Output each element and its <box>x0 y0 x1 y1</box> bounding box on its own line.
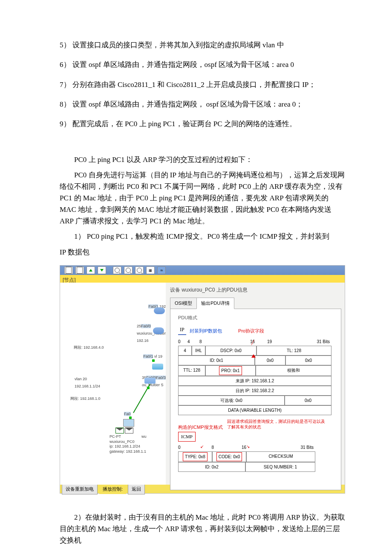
topo-envelopes <box>115 428 133 434</box>
toolbar-zoom2-icon[interactable] <box>124 266 133 274</box>
step-1-line2: IP 数据包 <box>60 246 345 259</box>
topology-pane[interactable]: Fa0/1 192 25Fa0/0 wuxiurou_Router 192.16… <box>60 283 166 485</box>
tab-osi[interactable]: OSI模型 <box>170 298 197 309</box>
topo-router-icon1[interactable] <box>154 307 165 314</box>
red-arrow-icon <box>251 354 256 358</box>
icmp-label: ICMP <box>178 432 196 442</box>
toolbar-zoom3-icon[interactable] <box>135 266 144 274</box>
icmp-bits-header: 0 8 ↙ 16 ↘ 31 Bits <box>178 443 315 451</box>
ip-label: IP <box>178 325 186 335</box>
btn-reload[interactable]: 设备重新加电 <box>62 484 98 494</box>
toolbar-down-arrow-icon[interactable] <box>98 266 106 274</box>
toolbar-flag-icon[interactable]: ≈ <box>157 266 166 274</box>
list-item-6: 6） 设置 ospf 单区域路由，并通告指定网段，ospf 区域为骨干区域：ar… <box>60 58 345 72</box>
ip-row6: 可选项: 0x0 0x0 <box>178 396 331 405</box>
node-bar: [节点] <box>60 275 345 283</box>
list-item-8: 8） 设置 ospf 单区域路由，并通告指定网段， ospf 区域为骨干区域：a… <box>60 98 345 111</box>
ip-row2: ID: 0x1 0x0 0x0 <box>178 356 331 365</box>
toolbar-doc-icon[interactable] <box>64 266 73 274</box>
playback-label: 播放控制: <box>99 484 126 494</box>
topo-l3switch-icon[interactable] <box>144 378 156 384</box>
btn-back[interactable]: 返回 <box>128 484 145 494</box>
toolbar-zoom1-icon[interactable] <box>113 266 121 274</box>
bits-header: 0 4 8 16 19 ╱ 31 Bits <box>178 338 331 346</box>
ip-row5: 目的 IP: 192.168.2.2 <box>178 386 331 396</box>
topo-pc0-labels: PC-PTwu wuxiurou_PC0 ip: 192.168.1.2/24 … <box>110 434 147 454</box>
icmp-title: 构造的ICMP报文格式 <box>178 423 223 432</box>
tab-output-pdu[interactable]: 输出PDU详情 <box>196 298 234 309</box>
pdu-subtitle: PDU格式 <box>178 313 336 322</box>
encap-label: 封装到IP数据包 <box>190 327 222 335</box>
list-item-9: 9） 配置完成后，在 PC0 上 ping PC1，验证两台 PC 之间的网络的… <box>60 117 345 131</box>
ip-row4: 来源 IP: 192.168.1.2 <box>178 376 331 386</box>
proto-field-label: Pro协议字段 <box>238 327 264 335</box>
ip-row7: DATA (VARIABLE LENGTH) <box>178 405 331 415</box>
sim-toolbar: ▦ ≈ <box>60 266 345 275</box>
sim-main-area: WWW.bdocx.com Fa0/1 192 25Fa0/0 wuxiurou… <box>60 283 345 485</box>
topo-router-icon2[interactable] <box>153 327 164 334</box>
node-bar-label: [节点] <box>63 277 76 283</box>
topo-switch-icon[interactable] <box>152 364 163 370</box>
toolbar-up-arrow-icon[interactable] <box>86 266 95 274</box>
pdu-body: PDU格式 IP 封装到IP数据包 Pro协议字段 0 4 8 16 19 ╱ <box>170 309 341 490</box>
step-2: 2）在做封装时，由于没有目的主机的 Mac 地址，此时 PC0 将调用 ARP … <box>60 512 345 546</box>
link-dot-1 <box>152 359 155 362</box>
ip-row3: TTL: 128 PRO: 0x1 校验和 <box>178 365 331 376</box>
icmp-note: 回送请求或回答查询报文，测试目的站是否可达以及了解其有关的状态 <box>227 419 325 443</box>
toolbar-doc2-icon[interactable] <box>75 266 84 274</box>
step-1-line1: 1） PC0 ping PC1，触发构造 ICMP 报文。PC0 将生成一个 I… <box>60 231 345 242</box>
paragraph-analysis: PC0 自身先进行与运算（目的 IP 地址与自己的子网掩码逐位相与），运算之后发… <box>60 169 345 227</box>
toolbar-picture-icon[interactable]: ▦ <box>146 266 155 274</box>
icmp-row2: ID: 0x2 SEQ NUMBER: 1 <box>178 462 315 472</box>
topo-pc0-icon[interactable] <box>123 419 134 427</box>
icmp-row1: TYPE: 0x8 CODE: 0x0 CHECKSUM <box>178 451 315 462</box>
pdu-title: 设备 wuxiurou_PC0 上的PDU信息 <box>166 284 345 296</box>
topo-seg1: 网段: 192.168.1.0 <box>70 395 101 402</box>
link-dot-2 <box>147 387 150 389</box>
list-item-5: 5） 设置接口成员的接口类型，并将其加入到指定的虚拟局域网 vlan 中 <box>60 38 345 52</box>
topo-seg4: 网段: 192.168.4.0 <box>74 344 104 351</box>
packet-tracer-screenshot: ▦ ≈ [节点] WWW.bdocx.com Fa0/1 192 25Fa0/0… <box>60 265 345 494</box>
pdu-panel: 设备 wuxiurou_PC0 上的PDU信息 OSI模型 输出PDU详情 PD… <box>166 283 345 485</box>
list-item-7: 7） 分别在路由器 Cisco2811_1 和 Cisco2811_2 上开启成… <box>60 78 345 92</box>
topo-vlan20: vlan 20 192.168.1.1/24 <box>75 376 100 390</box>
paragraph-intro: PC0 上 ping PC1 以及 ARP 学习的交互过程的过程如下： <box>60 154 345 165</box>
